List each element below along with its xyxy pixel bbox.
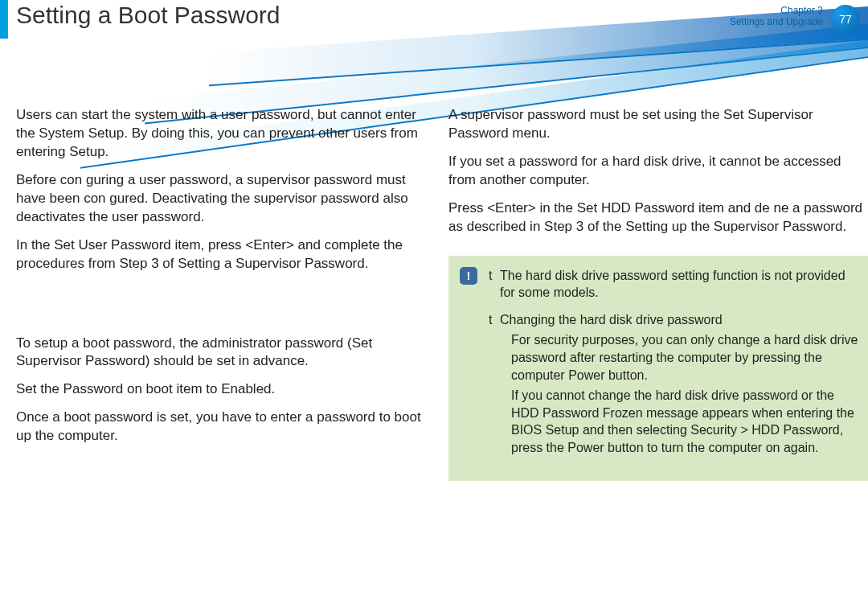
chapter-number: Chapter 3 — [730, 5, 823, 16]
bold-term: Power — [568, 368, 604, 382]
text: item, press < — [171, 237, 254, 253]
bold-term: Set User Password — [54, 237, 171, 253]
body-text: Once a boot password is set, you have to… — [16, 409, 434, 446]
body-text: If you set a password for a hard disk dr… — [448, 153, 866, 190]
bold-term: supervisor password — [247, 172, 372, 187]
bold-term: HDD Password Frozen — [511, 406, 643, 420]
page-header: Setting a Boot Password Chapter 3 Settin… — [0, 0, 868, 74]
note-item: t Changing the hard disk drive password … — [489, 311, 858, 457]
text: In the — [16, 237, 54, 253]
text: button. — [605, 368, 648, 382]
note-text: For security purposes, you can only chan… — [500, 331, 858, 384]
text: Set the — [16, 381, 63, 396]
page-content: Users can start the system with a user p… — [0, 74, 868, 481]
text: . — [272, 381, 276, 396]
bullet-icon: t — [489, 267, 492, 285]
text: Before con guring a user password, a — [16, 172, 247, 187]
bold-term: Security > HDD Password — [690, 423, 839, 437]
text: Press < — [448, 200, 495, 216]
body-text: A supervisor password must be set using … — [448, 106, 866, 143]
note-text: If you cannot change the hard disk drive… — [500, 387, 858, 456]
text: > in the — [528, 200, 577, 216]
note-item: t The hard disk drive password setting f… — [489, 267, 858, 302]
text: If you cannot change the hard disk drive… — [511, 388, 834, 402]
alert-icon: ! — [460, 267, 477, 285]
key-name: Enter — [495, 200, 528, 216]
spacer — [16, 283, 434, 335]
bold-term: Set HDD Password — [577, 200, 694, 216]
left-column: Users can start the system with a user p… — [16, 106, 448, 481]
body-text: Users can start the system with a user p… — [16, 106, 434, 162]
accent-tab — [0, 0, 8, 39]
text: For security purposes, you can only chan… — [511, 333, 858, 381]
bold-term: Password on boot — [63, 381, 173, 396]
note-text: The hard disk drive password setting fun… — [500, 269, 845, 300]
body-text: Set the Password on boot item to Enabled… — [16, 380, 434, 399]
bold-term: Power — [567, 441, 604, 454]
chapter-subtitle: Settings and Upgrade — [730, 16, 823, 27]
bullet-icon: t — [489, 311, 492, 329]
text: ) should be set in advance. — [145, 353, 309, 368]
body-text: Before con guring a user password, a sup… — [16, 171, 434, 227]
text: To setup a boot password, the administra… — [16, 335, 352, 351]
right-column: A supervisor password must be set using … — [448, 106, 866, 481]
body-text: In the Set User Password item, press <En… — [16, 236, 434, 273]
bold-term: Enabled — [221, 381, 271, 396]
body-text: Press <Enter> in the Set HDD Password it… — [448, 199, 866, 236]
page-number-badge: 77 — [831, 5, 860, 34]
chapter-label: Chapter 3 Settings and Upgrade — [730, 5, 823, 28]
body-text: To setup a boot password, the administra… — [16, 335, 434, 372]
note-subtitle: Changing the hard disk drive password — [500, 313, 723, 326]
text: item to — [173, 381, 221, 396]
note-box: ! t The hard disk drive password setting… — [448, 256, 868, 481]
page-title: Setting a Boot Password — [16, 2, 280, 29]
key-name: Enter — [253, 237, 286, 253]
text: button to turn the computer on again. — [604, 441, 819, 454]
